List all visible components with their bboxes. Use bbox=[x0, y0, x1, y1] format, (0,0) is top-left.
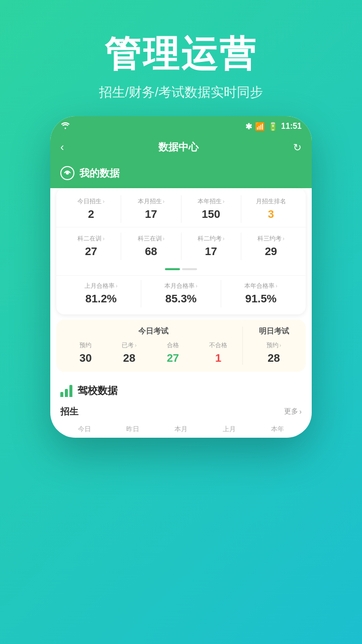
school-data-section: 驾校数据 bbox=[50, 377, 312, 397]
exam-taken-label: 已考 › bbox=[122, 341, 136, 350]
today-enrollment-value: 2 bbox=[61, 208, 121, 221]
year-enrollment-cell: 本年招生 › 150 bbox=[182, 195, 241, 223]
school-header: 驾校数据 bbox=[60, 384, 302, 397]
refresh-button[interactable]: ↻ bbox=[293, 141, 302, 153]
exam-fail-label: 不合格 bbox=[209, 341, 227, 350]
k3-training-label: 科三在训 › bbox=[121, 234, 180, 243]
more-link[interactable]: 更多 › bbox=[284, 407, 302, 416]
this-month-rate-cell: 本月合格率 › 85.3% bbox=[141, 280, 221, 307]
this-year-rate-value: 91.5% bbox=[221, 292, 301, 305]
nav-bar: ‹ 数据中心 ↻ bbox=[50, 135, 312, 161]
this-month-rate-value: 85.3% bbox=[141, 292, 221, 305]
month-rank-cell: 月招生排名 3 bbox=[241, 195, 301, 223]
my-data-title: 我的数据 bbox=[79, 167, 120, 180]
battery-icon: 🔋 bbox=[268, 122, 278, 131]
month-enrollment-label: 本月招生 › bbox=[121, 197, 180, 206]
this-month-rate-label: 本月合格率 › bbox=[141, 282, 221, 290]
k3-training-cell: 科三在训 › 68 bbox=[121, 232, 181, 260]
k2-training-label: 科二在训 › bbox=[61, 234, 121, 243]
back-button[interactable]: ‹ bbox=[60, 141, 64, 154]
month-rank-value: 3 bbox=[241, 208, 301, 221]
col-last-month: 上月 bbox=[205, 425, 253, 434]
scroll-dot-2 bbox=[182, 268, 197, 270]
phone-frame: ✱ 📶 🔋 11:51 ‹ 数据中心 ↻ 我的数据 今日招生 › 2 bbox=[50, 116, 312, 438]
main-subtitle: 招生/财务/考试数据实时同步 bbox=[20, 84, 342, 101]
k2-training-value: 27 bbox=[61, 245, 121, 258]
k2-exam-label: 科二约考 › bbox=[182, 234, 241, 243]
this-year-rate-cell: 本年合格率 › 91.5% bbox=[221, 280, 301, 307]
exam-fail-value: 1 bbox=[209, 352, 227, 365]
k3-exam-cell: 科三约考 › 29 bbox=[241, 232, 301, 260]
time-display: 11:51 bbox=[281, 122, 302, 131]
month-enrollment-cell: 本月招生 › 17 bbox=[121, 195, 181, 223]
main-title: 管理运营 bbox=[20, 30, 342, 78]
exam-today: 今日考试 预约 30 已考 › 28 合格 bbox=[64, 327, 242, 365]
school-data-icon bbox=[60, 385, 72, 397]
tomorrow-reserved-cell: 预约 › 28 bbox=[266, 341, 281, 365]
data-card: 今日招生 › 2 本月招生 › 17 本年招生 › 150 bbox=[56, 188, 306, 314]
enrollment-row: 招生 更多 › bbox=[50, 403, 312, 421]
data-row-1: 今日招生 › 2 本月招生 › 17 本年招生 › 150 bbox=[56, 188, 306, 227]
today-enrollment-cell: 今日招生 › 2 bbox=[61, 195, 121, 223]
last-month-rate-value: 81.2% bbox=[61, 292, 141, 305]
scroll-indicator bbox=[56, 265, 306, 275]
month-enrollment-value: 17 bbox=[121, 208, 180, 221]
exam-taken-value: 28 bbox=[122, 352, 136, 365]
exam-pass-label: 合格 bbox=[167, 341, 179, 350]
svg-point-1 bbox=[66, 172, 69, 175]
scroll-dot-1 bbox=[165, 268, 180, 270]
nav-title: 数据中心 bbox=[158, 140, 199, 154]
my-data-header: 我的数据 bbox=[50, 161, 312, 188]
exam-pass-cell: 合格 27 bbox=[167, 341, 179, 365]
tomorrow-reserved-value: 28 bbox=[266, 352, 281, 365]
k3-exam-label: 科三约考 › bbox=[241, 234, 301, 243]
wifi-icon bbox=[60, 121, 70, 131]
col-yesterday: 昨日 bbox=[109, 425, 157, 434]
tomorrow-exam-row: 预约 › 28 bbox=[250, 341, 298, 365]
year-enrollment-value: 150 bbox=[182, 208, 241, 221]
col-today: 今日 bbox=[60, 425, 109, 434]
col-month: 本月 bbox=[157, 425, 205, 434]
signal-icon: 📶 bbox=[255, 122, 265, 131]
pass-rate-row: 上月合格率 › 81.2% 本月合格率 › 85.3% 本年合格率 › 91.5… bbox=[56, 275, 306, 314]
today-exam-row: 预约 30 已考 › 28 合格 27 bbox=[64, 341, 242, 365]
last-month-rate-label: 上月合格率 › bbox=[61, 282, 141, 290]
my-data-icon bbox=[60, 166, 74, 180]
exam-tomorrow: 明日考试 预约 › 28 bbox=[242, 327, 298, 365]
tomorrow-reserved-label: 预约 › bbox=[266, 341, 281, 350]
this-year-rate-label: 本年合格率 › bbox=[221, 282, 301, 290]
last-month-rate-cell: 上月合格率 › 81.2% bbox=[61, 280, 141, 307]
status-right: ✱ 📶 🔋 11:51 bbox=[245, 122, 302, 131]
exam-reserved-label: 预约 bbox=[79, 341, 92, 350]
school-data-title: 驾校数据 bbox=[77, 384, 118, 397]
col-year: 本年 bbox=[253, 425, 302, 434]
exam-taken-cell: 已考 › 28 bbox=[122, 341, 136, 365]
exam-reserved-cell: 预约 30 bbox=[79, 341, 92, 365]
exam-pass-value: 27 bbox=[167, 352, 179, 365]
k2-exam-value: 17 bbox=[182, 245, 241, 258]
header-area: 管理运营 招生/财务/考试数据实时同步 bbox=[0, 0, 362, 116]
k2-training-cell: 科二在训 › 27 bbox=[61, 232, 121, 260]
status-bar: ✱ 📶 🔋 11:51 bbox=[50, 116, 312, 135]
exam-reserved-value: 30 bbox=[79, 352, 92, 365]
k3-exam-value: 29 bbox=[241, 245, 301, 258]
tomorrow-exam-title: 明日考试 bbox=[250, 327, 298, 336]
exam-card: 今日考试 预约 30 已考 › 28 合格 bbox=[56, 319, 306, 372]
today-enrollment-label: 今日招生 › bbox=[61, 197, 121, 206]
data-row-2: 科二在训 › 27 科三在训 › 68 科二约考 › 17 bbox=[56, 227, 306, 265]
enrollment-label: 招生 bbox=[60, 406, 78, 418]
exam-fail-cell: 不合格 1 bbox=[209, 341, 227, 365]
year-enrollment-label: 本年招生 › bbox=[182, 197, 241, 206]
month-rank-label: 月招生排名 bbox=[241, 197, 301, 206]
today-exam-title: 今日考试 bbox=[64, 327, 242, 336]
k3-training-value: 68 bbox=[121, 245, 180, 258]
bluetooth-icon: ✱ bbox=[245, 122, 252, 131]
k2-exam-cell: 科二约考 › 17 bbox=[182, 232, 241, 260]
table-header-row: 今日 昨日 本月 上月 本年 bbox=[50, 421, 312, 438]
